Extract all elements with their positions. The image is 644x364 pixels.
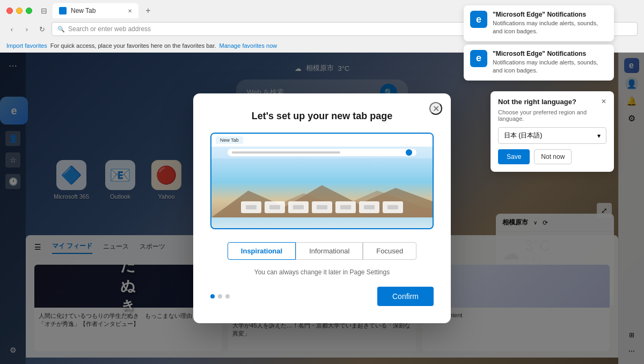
selected-language: 日本 (日本語) [504,131,542,140]
notification-0: e "Microsoft Edge" Notifications Notific… [464,5,614,41]
notif-0-title: "Microsoft Edge" Notifications [493,11,608,18]
preview-browser-bar: New Tab [211,134,433,147]
modal-pagination-dots [210,294,230,299]
modal-preview: New Tab [210,133,434,229]
lang-close-button[interactable]: ✕ [601,98,606,105]
modal-footer: Confirm [210,287,434,306]
preview-search-bar [228,149,416,156]
preview-card-7 [383,201,403,213]
confirm-button[interactable]: Confirm [377,287,434,306]
informational-option[interactable]: Informational [296,242,363,260]
notif-1-title: "Microsoft Edge" Notifications [493,50,608,57]
sidebar-toggle-icon[interactable]: ⊟ [40,6,48,15]
active-tab[interactable]: New Tab ✕ [53,3,138,18]
manage-favorites-link[interactable]: Manage favorites now [219,42,277,49]
inspirational-option[interactable]: Inspirational [228,242,296,260]
layout-options: Inspirational Informational Focused [210,242,434,260]
preview-card-5 [335,201,356,213]
preview-landscape [211,158,433,217]
tab-label: New Tab [71,7,96,14]
new-tab-button[interactable]: + [141,3,156,18]
favorites-hint: For quick access, place your favorites h… [50,42,216,49]
preview-card-2 [265,201,285,213]
reload-button[interactable]: ↻ [36,24,47,34]
preview-search-inner [232,151,340,154]
notifications-container: e "Microsoft Edge" Notifications Notific… [464,5,614,81]
lang-subtitle: Choose your preferred region and languag… [491,109,614,127]
dot-3 [225,294,230,299]
modal-subtitle: You can always change it later in Page S… [210,268,434,276]
traffic-lights [6,8,32,14]
notif-0-body: Notifications may include alerts, sounds… [493,19,608,36]
minimize-button[interactable] [16,8,23,14]
tab-close-icon[interactable]: ✕ [128,8,132,14]
address-text: Search or enter web address [68,25,151,33]
notification-1: e "Microsoft Edge" Notifications Notific… [464,45,614,81]
notif-1-content: "Microsoft Edge" Notifications Notificat… [493,50,608,75]
lang-notnow-button[interactable]: Not now [534,149,572,164]
lang-buttons: Save Not now [491,149,614,172]
fullscreen-button[interactable] [26,8,32,14]
preview-card-4 [312,201,332,213]
import-favorites-link[interactable]: Import favorites [6,42,47,49]
dot-2 [218,294,222,299]
preview-card-1 [241,201,261,213]
dot-1 [210,294,215,299]
lang-title: Not the right language? [498,98,576,106]
lang-save-button[interactable]: Save [498,149,530,164]
lang-header: Not the right language? ✕ [491,91,614,109]
notif-0-content: "Microsoft Edge" Notifications Notificat… [493,11,608,36]
language-select[interactable]: 日本 (日本語) ▾ [498,127,606,144]
preview-card-3 [288,201,309,213]
tab-favicon [59,7,67,14]
focused-option[interactable]: Focused [363,242,416,260]
forward-button[interactable]: › [21,24,32,34]
notif-1-body: Notifications may include alerts, sounds… [493,59,608,75]
preview-card-6 [359,201,379,213]
modal-title: Let's set up your new tab page [210,111,434,122]
language-dialog: Not the right language? ✕ Choose your pr… [491,91,614,172]
preview-search-button [406,149,412,156]
notif-0-icon: e [470,11,487,28]
tab-bar: New Tab ✕ + [53,3,156,18]
preview-quicklinks [211,201,433,213]
new-tab-setup-modal: ✕ Let's set up your new tab page New Tab [193,93,451,323]
dropdown-icon: ▾ [597,132,601,140]
close-button[interactable] [6,8,13,14]
modal-close-button[interactable]: ✕ [429,102,442,115]
search-icon: 🔍 [57,26,65,33]
back-button[interactable]: ‹ [6,24,17,34]
preview-tab: New Tab [216,136,243,144]
notif-1-icon: e [470,50,487,67]
